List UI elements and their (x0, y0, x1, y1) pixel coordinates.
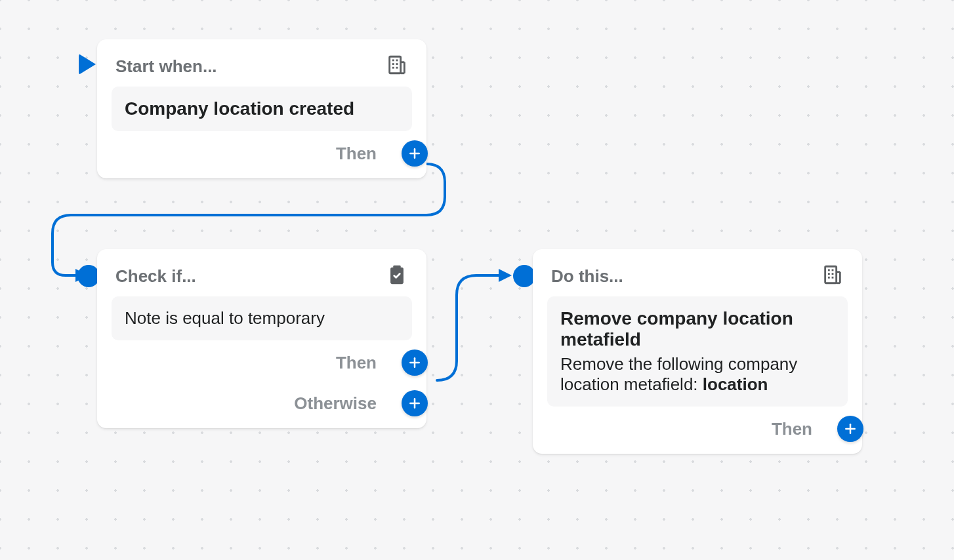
building-icon (386, 54, 408, 79)
branch-label-then: Then (772, 419, 812, 439)
condition-header-label: Check if... (115, 266, 196, 287)
condition-card[interactable]: Check if... Note is equal to temporary T… (97, 249, 426, 428)
action-header-label: Do this... (551, 266, 623, 287)
condition-entry-marker (77, 265, 100, 287)
action-then-branch: Then (547, 416, 848, 442)
branch-label-then: Then (336, 144, 377, 164)
action-summary: Remove company location metafield Remove… (547, 296, 848, 407)
add-step-button[interactable] (402, 140, 428, 167)
trigger-summary: Company location created (112, 87, 412, 131)
svg-rect-2 (390, 56, 401, 73)
svg-rect-20 (825, 266, 837, 283)
condition-then-branch: Then (112, 350, 412, 376)
svg-marker-1 (499, 269, 512, 282)
workflow-canvas[interactable]: Start when... Company location created T… (0, 0, 954, 560)
building-icon (821, 264, 844, 289)
condition-otherwise-branch: Otherwise (112, 390, 412, 416)
svg-rect-15 (393, 266, 400, 270)
clipboard-check-icon (386, 264, 408, 289)
add-step-button[interactable] (402, 390, 428, 416)
add-step-button[interactable] (837, 416, 863, 442)
trigger-card[interactable]: Start when... Company location created T… (97, 39, 426, 178)
branch-label-otherwise: Otherwise (294, 393, 377, 414)
trigger-header-label: Start when... (115, 56, 217, 77)
action-entry-marker (513, 265, 535, 287)
condition-summary: Note is equal to temporary (112, 296, 412, 340)
branch-label-then: Then (336, 353, 377, 373)
action-card[interactable]: Do this... Remove company location metaf… (533, 249, 862, 454)
trigger-then-branch: Then (112, 140, 412, 167)
add-step-button[interactable] (402, 350, 428, 376)
